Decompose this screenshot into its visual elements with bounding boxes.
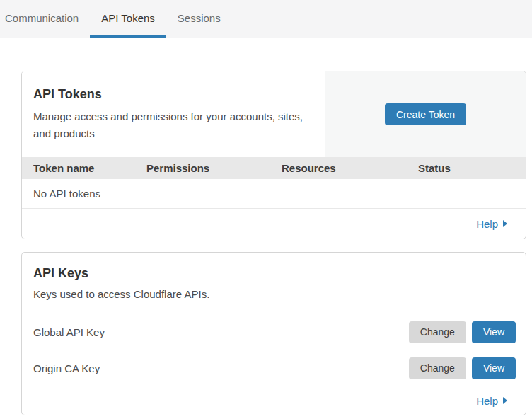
main-content: API Tokens Manage access and permissions… xyxy=(0,38,532,415)
origin-ca-key-view-button[interactable]: View xyxy=(472,357,516,379)
tab-communication[interactable]: Communication xyxy=(0,0,90,38)
api-tokens-title: API Tokens xyxy=(33,86,313,103)
tab-sessions[interactable]: Sessions xyxy=(166,0,232,38)
global-api-key-row: Global API Key Change View xyxy=(22,314,526,350)
api-keys-help-link[interactable]: Help xyxy=(476,395,507,407)
api-tokens-card-header: API Tokens Manage access and permissions… xyxy=(22,71,526,157)
tokens-table-header: Token name Permissions Resources Status xyxy=(22,157,526,179)
tokens-table-empty-row: No API tokens xyxy=(22,179,526,209)
api-keys-card-header: API Keys Keys used to access Cloudflare … xyxy=(22,253,526,314)
column-header-permissions: Permissions xyxy=(146,162,282,174)
column-header-resources: Resources xyxy=(282,162,418,174)
create-token-button[interactable]: Create Token xyxy=(385,103,466,125)
help-arrow-icon xyxy=(503,397,507,404)
column-header-token-name: Token name xyxy=(22,162,146,174)
api-tokens-card-footer: Help xyxy=(22,209,526,239)
global-api-key-view-button[interactable]: View xyxy=(472,321,516,343)
api-tokens-card-header-text: API Tokens Manage access and permissions… xyxy=(22,71,325,157)
api-keys-card-footer: Help xyxy=(22,386,526,415)
help-link-label: Help xyxy=(476,395,498,407)
no-api-tokens-message: No API tokens xyxy=(33,188,100,200)
api-tokens-description: Manage access and permissions for your a… xyxy=(33,108,313,142)
global-api-key-change-button[interactable]: Change xyxy=(409,321,466,343)
column-header-status: Status xyxy=(418,162,526,174)
help-arrow-icon xyxy=(503,220,507,227)
api-keys-title: API Keys xyxy=(33,265,514,282)
origin-ca-key-change-button[interactable]: Change xyxy=(409,357,466,379)
tab-api-tokens[interactable]: API Tokens xyxy=(90,0,166,38)
api-tokens-help-link[interactable]: Help xyxy=(476,218,507,230)
api-keys-card: API Keys Keys used to access Cloudflare … xyxy=(21,252,526,415)
tab-bar: Communication API Tokens Sessions xyxy=(0,0,532,38)
help-link-label: Help xyxy=(476,218,498,230)
global-api-key-label: Global API Key xyxy=(33,326,409,338)
origin-ca-key-row: Origin CA Key Change View xyxy=(22,350,526,386)
origin-ca-key-label: Origin CA Key xyxy=(33,362,409,374)
api-tokens-card-header-action: Create Token xyxy=(325,71,526,157)
api-tokens-card: API Tokens Manage access and permissions… xyxy=(21,71,526,239)
api-keys-description: Keys used to access Cloudflare APIs. xyxy=(33,286,316,303)
